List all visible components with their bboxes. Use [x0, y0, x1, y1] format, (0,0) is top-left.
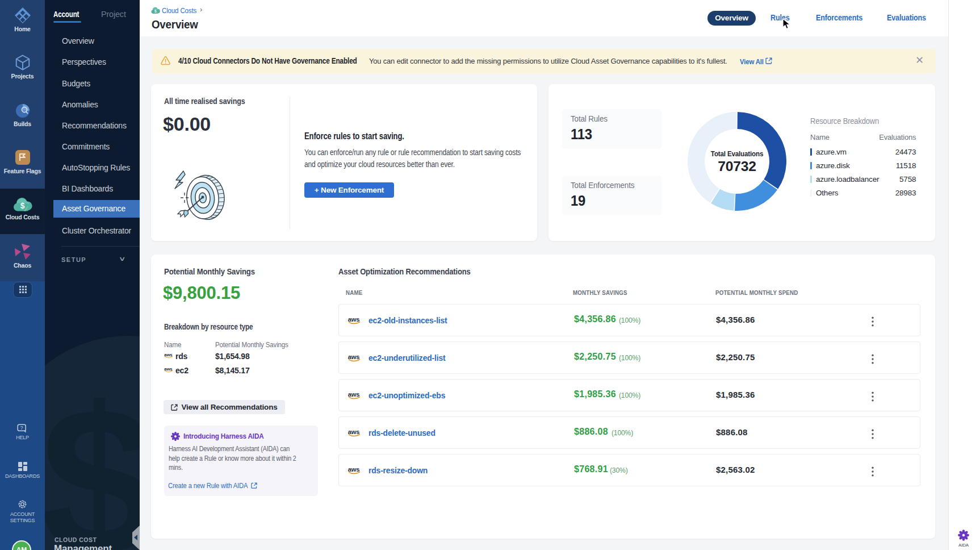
svg-text:$: $ — [45, 364, 140, 550]
svg-text:?: ? — [20, 425, 23, 431]
svg-text:$: $ — [154, 9, 157, 14]
svg-text:$: $ — [20, 201, 24, 210]
